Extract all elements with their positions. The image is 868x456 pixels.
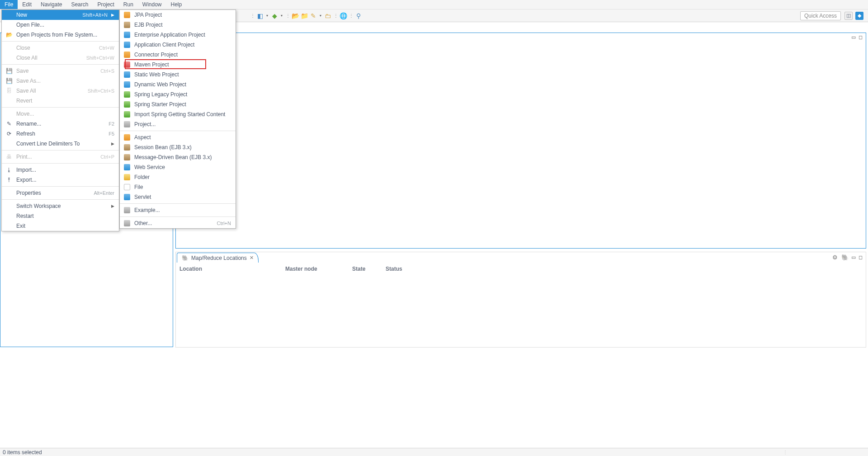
menu-item-open-file[interactable]: Open File... [2, 20, 119, 30]
menu-item-connector-project[interactable]: Connector Project [120, 50, 236, 60]
menu-item-enterprise-application-project[interactable]: Enterprise Application Project [120, 30, 236, 40]
menu-shortcut: Ctrl+N [217, 221, 231, 226]
blank-icon [5, 222, 13, 230]
menubar-item-navigate[interactable]: Navigate [36, 0, 66, 9]
menu-item-print: 🖶Print...Ctrl+P [2, 152, 119, 162]
dropdown-caret-icon[interactable]: ▾ [318, 14, 323, 18]
open-folder-icon[interactable]: 📁 [300, 12, 308, 20]
menu-item-properties[interactable]: PropertiesAlt+Enter [2, 188, 119, 198]
menu-item-web-service[interactable]: Web Service [120, 162, 236, 172]
project-type-icon [123, 207, 131, 214]
browser-icon[interactable]: ◆ [270, 12, 278, 20]
menu-item-spring-starter-project[interactable]: Spring Starter Project [120, 99, 236, 109]
menu-separator [2, 41, 119, 42]
menu-item-maven-project[interactable]: Maven Project [120, 60, 236, 70]
gear-icon[interactable]: ⚙ [831, 254, 839, 261]
menu-item-open-projects-from-file-system[interactable]: 📂Open Projects from File System... [2, 30, 119, 40]
menubar-item-edit[interactable]: Edit [18, 0, 36, 9]
minimize-icon[interactable]: ▭ [851, 255, 856, 259]
wand-icon[interactable]: ✎ [309, 12, 317, 20]
dropdown-caret-icon[interactable]: ▾ [265, 14, 269, 18]
project-type-icon [123, 121, 131, 128]
blank-icon [5, 21, 13, 28]
package-explorer-icon[interactable]: ◧ [256, 12, 264, 20]
menu-item-ejb-project[interactable]: EJB Project [120, 20, 236, 30]
menu-item-import-spring-getting-started-content[interactable]: Import Spring Getting Started Content [120, 109, 236, 119]
menu-item-project[interactable]: Project... [120, 119, 236, 129]
menu-item-save-as: 💾Save As... [2, 76, 119, 86]
elephant-small-icon[interactable]: 🐘 [841, 254, 849, 261]
tab-mapreduce-locations[interactable]: 🐘 Map/Reduce Locations ✕ [177, 253, 259, 263]
perspective-button[interactable]: ◫ [844, 12, 853, 20]
menu-item-file[interactable]: File [120, 182, 236, 192]
column-location[interactable]: Location [179, 265, 285, 273]
menu-item-rename[interactable]: ✎Rename...F2 [2, 119, 119, 129]
menu-item-label: Save [16, 68, 97, 74]
menubar-item-project[interactable]: Project [93, 0, 118, 9]
globe-icon[interactable]: 🌐 [339, 12, 347, 20]
menubar-item-window[interactable]: Window [138, 0, 166, 9]
menu-shortcut: Ctrl+W [99, 45, 114, 51]
menubar-item-run[interactable]: Run [119, 0, 138, 9]
toolbar-grip-icon: ⋮ [250, 13, 255, 18]
menu-item-static-web-project[interactable]: Static Web Project [120, 70, 236, 80]
menu-item-label: Move... [16, 111, 114, 117]
menu-item-label: New [16, 12, 79, 18]
menu-item-spring-legacy-project[interactable]: Spring Legacy Project [120, 89, 236, 99]
menu-item-label: Folder [134, 174, 231, 180]
menu-item-label: Connector Project [134, 52, 231, 58]
menu-item-restart[interactable]: Restart [2, 211, 119, 221]
project-type-icon [123, 41, 131, 48]
open-folder-icon[interactable]: 🗀 [324, 12, 332, 20]
tab-label: Map/Reduce Locations [191, 255, 247, 261]
minimize-icon[interactable]: ▭ [851, 35, 856, 39]
project-type-icon [123, 111, 131, 118]
menu-item-example[interactable]: Example... [120, 205, 236, 215]
column-status[interactable]: Status [386, 265, 862, 273]
menu-item-application-client-project[interactable]: Application Client Project [120, 40, 236, 50]
menu-item-other[interactable]: Other...Ctrl+N [120, 218, 236, 228]
menubar-item-file[interactable]: File [0, 0, 18, 9]
menu-item-label: Application Client Project [134, 42, 231, 48]
menu-item-servlet[interactable]: Servlet [120, 192, 236, 202]
saveall-icon: 🗄 [5, 87, 13, 94]
menubar-item-search[interactable]: Search [66, 0, 93, 9]
maximize-icon[interactable]: ◻ [859, 35, 863, 39]
menu-item-import[interactable]: ⭳Import... [2, 165, 119, 175]
menu-item-label: Refresh [16, 131, 105, 137]
menu-item-jpa-project[interactable]: JPA Project [120, 10, 236, 20]
bottom-panel: 🐘 Map/Reduce Locations ✕ ⚙ 🐘 ▭ ◻ Locatio… [175, 252, 866, 348]
menu-item-label: Spring Starter Project [134, 101, 231, 108]
quick-access-button[interactable]: Quick Access [800, 11, 841, 20]
column-state[interactable]: State [352, 265, 386, 273]
menu-item-switch-workspace[interactable]: Switch Workspace▶ [2, 201, 119, 211]
open-folder-icon[interactable]: 📂 [291, 12, 299, 20]
menu-item-message-driven-bean-ejb-3-x[interactable]: Message-Driven Bean (EJB 3.x) [120, 152, 236, 162]
menubar-item-help[interactable]: Help [166, 0, 187, 9]
menu-item-label: Open File... [16, 22, 114, 28]
menu-item-export[interactable]: ⭱Export... [2, 175, 119, 185]
menu-item-convert-line-delimiters-to[interactable]: Convert Line Delimiters To▶ [2, 139, 119, 149]
menu-item-new[interactable]: NewShift+Alt+N▶ [2, 10, 119, 20]
dropdown-caret-icon[interactable]: ▾ [279, 14, 284, 18]
menu-item-folder[interactable]: Folder [120, 172, 236, 182]
blank-icon [5, 44, 13, 52]
statusbar-grip-icon: ⋮ [783, 450, 787, 455]
menu-item-dynamic-web-project[interactable]: Dynamic Web Project [120, 80, 236, 89]
menu-item-label: Close [16, 45, 95, 51]
maximize-icon[interactable]: ◻ [859, 255, 863, 259]
menu-item-label: Enterprise Application Project [134, 32, 231, 38]
menu-item-aspect[interactable]: Aspect [120, 132, 236, 142]
search-icon[interactable]: ⚲ [354, 12, 363, 20]
menubar: FileEditNavigateSearchProjectRunWindowHe… [0, 0, 868, 9]
menu-shortcut: Ctrl+P [100, 154, 114, 160]
menu-item-refresh[interactable]: ⟳RefreshF5 [2, 129, 119, 139]
column-master-node[interactable]: Master node [285, 265, 352, 273]
menu-item-label: Save All [16, 88, 84, 94]
menu-item-exit[interactable]: Exit [2, 221, 119, 231]
blank-icon [5, 140, 13, 147]
menu-item-session-bean-ejb-3-x[interactable]: Session Bean (EJB 3.x) [120, 142, 236, 152]
close-tab-icon[interactable]: ✕ [250, 255, 254, 261]
perspective-mapreduce-button[interactable]: ◆ [855, 12, 863, 20]
menu-separator [2, 150, 119, 150]
